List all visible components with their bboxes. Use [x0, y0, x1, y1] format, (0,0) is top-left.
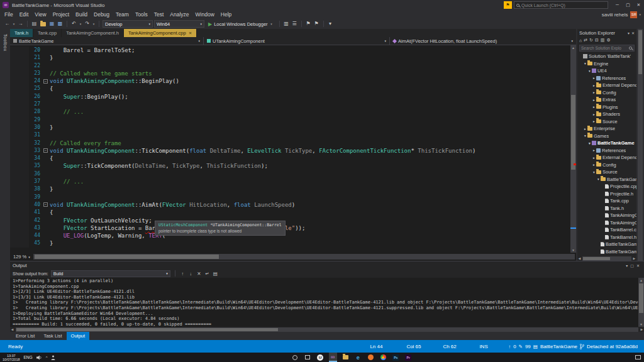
insert-mode-indicator[interactable]: INS	[479, 344, 502, 349]
bookmark-flag-icon[interactable]: ⚑	[305, 20, 312, 28]
column-indicator[interactable]: Col 65	[406, 344, 443, 349]
chevron-down-icon[interactable]: ▾	[587, 141, 592, 145]
tab-tankaimingcomponent.cpp[interactable]: TankAimingComponent.cpp✕	[124, 29, 197, 37]
type-dropdown[interactable]: UTankAimingComponent ▾	[204, 37, 390, 45]
speaker-icon[interactable]	[36, 355, 42, 360]
repo-name[interactable]: BattleTankGame	[540, 344, 577, 349]
chevron-right-icon[interactable]: ▸	[592, 163, 596, 167]
panel-tab-output[interactable]: Output	[67, 332, 90, 340]
signed-in-user[interactable]: saviii rehels	[602, 12, 628, 18]
chevron-right-icon[interactable]: ▸	[592, 105, 596, 109]
chevron-right-icon[interactable]: ▸	[592, 148, 596, 152]
tree-item[interactable]: ▾BattleTankGame	[577, 176, 636, 184]
menu-build[interactable]: Build	[72, 10, 91, 19]
project-dropdown[interactable]: BattleTankGame ▾	[10, 37, 204, 45]
tree-item[interactable]: Tank.cpp	[577, 197, 636, 205]
chevron-right-icon[interactable]: ▸	[592, 112, 596, 116]
panel-tab-error-list[interactable]: Error List	[11, 332, 39, 340]
people-icon[interactable]	[51, 355, 55, 360]
breakpoint-margin[interactable]	[10, 47, 29, 54]
tree-item[interactable]: ▸Enterprise	[577, 125, 636, 133]
redo-caret-icon[interactable]: ▾	[92, 22, 96, 26]
find-in-files-icon[interactable]: ☰	[291, 20, 298, 28]
chevron-right-icon[interactable]: ▸	[592, 90, 596, 94]
menu-analyze[interactable]: Analyze	[167, 10, 192, 19]
tree-item[interactable]: ▸References	[577, 75, 636, 82]
tree-item[interactable]: TankBarrel.cpp	[577, 226, 636, 234]
close-button[interactable]: ✕	[633, 0, 644, 10]
output-window-position-icon[interactable]: ▾	[626, 263, 628, 268]
chevron-down-icon[interactable]: ▾	[583, 134, 587, 138]
solution-explorer-header[interactable]: Solution Explorer ▾ ✕	[577, 29, 636, 36]
menu-debug[interactable]: Debug	[91, 10, 113, 19]
breakpoint-margin[interactable]	[10, 209, 29, 216]
refresh-icon[interactable]: ↻	[589, 38, 593, 43]
quick-launch-input[interactable]: Quick Launch (Ctrl+Q)	[514, 1, 608, 9]
scroll-right-icon[interactable]: ▶	[632, 256, 636, 260]
solution-search-input[interactable]: Search Solution Explo	[579, 45, 635, 52]
tree-item[interactable]: ▸Config	[577, 89, 636, 97]
menu-window[interactable]: Window	[192, 10, 218, 19]
tree-item[interactable]: Solution 'BattleTank'	[577, 53, 636, 60]
breakpoint-margin[interactable]	[10, 101, 29, 108]
menu-file[interactable]: File	[1, 10, 16, 19]
notifications-flag-icon[interactable]: ⚑	[504, 1, 512, 9]
tree-item[interactable]: ▸References	[577, 147, 636, 155]
breakpoint-margin[interactable]	[10, 224, 29, 232]
output-log[interactable]: 1>Performing 3 actions (4 in parallel)1>…	[10, 278, 644, 327]
menu-edit[interactable]: Edit	[16, 10, 32, 19]
user-menu-caret-icon[interactable]: ▾	[639, 13, 641, 16]
tree-item[interactable]: Projectile.cpp	[577, 183, 636, 190]
chevron-right-icon[interactable]: ▸	[592, 84, 596, 87]
chevron-down-icon[interactable]: ▾	[592, 170, 596, 174]
chevron-down-icon[interactable]: ▾	[596, 177, 601, 181]
solution-explorer-toolbar-icon[interactable]: ▥	[283, 20, 290, 28]
breakpoint-margin[interactable]	[10, 93, 29, 101]
breakpoint-margin[interactable]	[10, 140, 29, 147]
scroll-down-icon[interactable]: ▼	[638, 322, 644, 327]
tree-item[interactable]: ▾UE4	[577, 67, 636, 75]
start-icon[interactable]	[279, 353, 287, 362]
start-debugging-button[interactable]: ▶ Local Windows Debugger ▾	[206, 21, 276, 27]
menu-help[interactable]: Help	[218, 10, 235, 19]
chevron-right-icon[interactable]: ▸	[592, 76, 596, 80]
breakpoint-margin[interactable]	[10, 155, 29, 162]
breakpoint-margin[interactable]	[10, 108, 29, 116]
tree-item[interactable]: BattleTankGameEditor.Target.cs	[577, 248, 636, 256]
action-center-icon[interactable]	[635, 355, 641, 359]
breakpoint-margin[interactable]	[10, 239, 29, 247]
clear-all-icon[interactable]: ✕	[196, 271, 202, 277]
tree-item[interactable]: ▸External Dependencies	[577, 82, 636, 89]
language-indicator[interactable]: ENG	[24, 355, 33, 359]
fold-collapse-icon[interactable]: −	[43, 148, 48, 153]
scroll-left-icon[interactable]: ◀	[577, 256, 582, 260]
tree-item[interactable]: BattleTankGame.Target.cs	[577, 241, 636, 248]
tree-item[interactable]: ▾Source	[577, 168, 636, 176]
output-close-icon[interactable]: ✕	[636, 263, 640, 268]
breakpoint-margin[interactable]	[10, 185, 29, 193]
firefox-icon[interactable]	[367, 353, 375, 362]
sync-icon[interactable]: ⇄	[584, 38, 587, 43]
output-h-thumb[interactable]	[16, 328, 278, 331]
close-panel-icon[interactable]: ✕	[631, 31, 635, 35]
se-h-thumb[interactable]	[583, 257, 610, 260]
scroll-right-icon[interactable]: ▶	[640, 327, 644, 331]
scrollbar-thumb[interactable]	[571, 95, 575, 170]
home-icon[interactable]: ⌂	[579, 38, 582, 43]
breakpoint-margin[interactable]	[10, 124, 29, 131]
panel-tab-task-list[interactable]: Task List	[39, 332, 66, 340]
solution-configuration-select[interactable]: Develop ▾	[103, 20, 153, 28]
tab-tank.h[interactable]: Tank.h	[10, 29, 33, 37]
menu-project[interactable]: Project	[50, 10, 72, 19]
menu-team[interactable]: Team	[113, 10, 132, 19]
open-file-icon[interactable]	[40, 22, 46, 26]
breakpoint-margin[interactable]	[10, 147, 29, 155]
breakpoint-margin[interactable]	[10, 217, 29, 224]
output-v-thumb[interactable]	[639, 283, 643, 313]
zoom-level-select[interactable]: 129 % ▾	[10, 254, 33, 260]
tree-item[interactable]: TankAimingComponent.cpp	[577, 212, 636, 219]
breakpoint-margin[interactable]	[10, 232, 29, 239]
breakpoint-margin[interactable]	[10, 116, 29, 124]
breakpoint-margin[interactable]	[10, 85, 29, 92]
chevron-right-icon[interactable]: ▸	[583, 127, 587, 131]
